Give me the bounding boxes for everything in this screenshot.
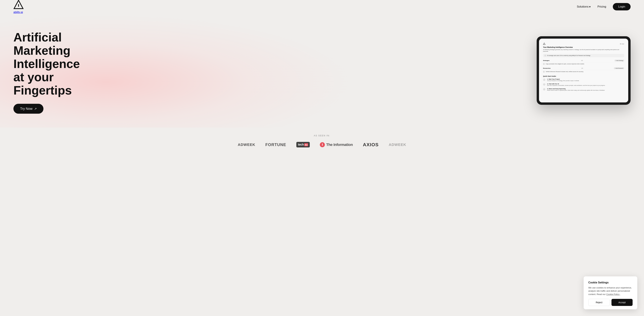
try-now-button[interactable]: Try Now ↗: [14, 104, 44, 114]
step-1-icon: [543, 79, 546, 81]
arrow-icon: ↗: [34, 107, 37, 111]
step-1-title: 1. Start Your Project: [547, 78, 579, 80]
cookie-reject-button[interactable]: Reject: [588, 299, 610, 306]
add-research-button[interactable]: + Add Research: [614, 67, 624, 69]
pricing-link[interactable]: Pricing: [598, 5, 606, 9]
add-strategy-button[interactable]: + Add Strategy: [614, 60, 624, 62]
strategies-item-text: Copy summaries from widgets for quick, c…: [546, 63, 584, 65]
logos-row: ADWEEK FORTUNE techeu ℹ The Information …: [14, 142, 630, 147]
tablet-note-text: On average users save 10 hrs a week by u…: [547, 55, 590, 56]
cookie-title: Cookie Settings: [588, 281, 632, 284]
techeu-logo: techeu: [296, 142, 310, 147]
cookie-policy-link[interactable]: Cookie Policy: [606, 293, 620, 295]
step-3-title: 3. Share and Keep Improving: [547, 88, 605, 90]
hero-title: Artificial Marketing Intelligence at you…: [14, 31, 111, 97]
tablet-step-1: 1. Start Your Project Choose Research or…: [543, 78, 624, 82]
cookie-accept-button[interactable]: Accept: [612, 299, 632, 306]
as-seen-label: AS SEEN IN:: [14, 134, 630, 137]
tablet-logo-icon: [543, 43, 546, 45]
tablet-note: On average users save 10 hrs a week by u…: [543, 54, 624, 57]
information-icon: ℹ: [320, 142, 325, 147]
step-2-desc: Dive into a dynamic conversation: answer…: [547, 85, 605, 86]
adweek2-logo: ADWEEK: [389, 143, 406, 147]
hero-content: Artificial Marketing Intelligence at you…: [14, 31, 111, 114]
tablet-description: AI Marketing Strategist generates any ma…: [543, 49, 624, 52]
strategies-item: Copy summaries from widgets for quick, c…: [543, 62, 624, 66]
as-seen-in-section: AS SEEN IN: ADWEEK FORTUNE techeu ℹ The …: [0, 128, 644, 152]
tablet-outer: ⊕ User Your Marketing Intelligence Overv…: [537, 36, 630, 105]
step-2-title: 2. Chat with Our AI: [547, 83, 605, 85]
step-3-icon: [543, 88, 546, 91]
tablet-step-2: 2. Chat with Our AI Dive into a dynamic …: [543, 83, 624, 86]
hero-device-mockup: ⊕ User Your Marketing Intelligence Overv…: [537, 36, 630, 105]
tablet-screen: ⊕ User Your Marketing Intelligence Overv…: [539, 39, 628, 102]
quick-start-title: Quick Start Guide:: [543, 75, 624, 77]
tablet-header-user: ⊕ User: [620, 43, 624, 45]
navigation: ability.ai Solutions ▾ Pricing Login: [0, 0, 644, 14]
researches-label: Researches: [543, 68, 550, 69]
logo[interactable]: ability.ai: [14, 0, 24, 14]
cookie-text: We use cookies to enhance your experienc…: [588, 286, 632, 296]
fortune-logo: FORTUNE: [265, 142, 286, 147]
tablet-strategies-row: Strategies 0/8 + Add Strategy: [543, 60, 624, 62]
tablet-step-3: 3. Share and Keep Improving Refine whole…: [543, 88, 624, 91]
adweek-logo: ADWEEK: [238, 143, 255, 147]
tablet-researches-row: Researches 0/8 + Add Research: [543, 67, 624, 69]
the-information-logo: ℹ The Information: [320, 142, 353, 147]
tablet-note-icon: [544, 55, 546, 56]
login-button[interactable]: Login: [613, 3, 630, 11]
hero-section: Artificial Marketing Intelligence at you…: [0, 14, 644, 128]
cookie-banner: Cookie Settings We use cookies to enhanc…: [584, 276, 637, 309]
researches-item-text: Verified references Research includes re…: [546, 71, 584, 72]
logo-text: ability.ai: [14, 11, 23, 14]
step-3-desc: Refine whole results or separate parts, …: [547, 90, 605, 91]
chevron-down-icon: ▾: [589, 5, 591, 9]
step-2-icon: [543, 83, 546, 86]
researches-count: 0/8: [582, 68, 583, 69]
researches-item: Verified references Research includes re…: [543, 70, 624, 73]
strategies-check-icon: [543, 63, 545, 65]
step-1-desc: Choose Research or Strategy, then provid…: [547, 80, 579, 82]
strategies-count: 0/8: [581, 60, 583, 61]
logo-icon: [14, 0, 24, 10]
strategies-label: Strategies: [543, 60, 550, 61]
tablet-section-title: Your Marketing Intelligence Overview: [543, 46, 624, 48]
tablet-header: ⊕ User: [543, 43, 624, 45]
solutions-link[interactable]: Solutions ▾: [577, 5, 591, 9]
cookie-buttons: Reject Accept: [588, 299, 632, 306]
nav-links: Solutions ▾ Pricing Login: [577, 3, 630, 11]
researches-check-icon: [543, 71, 545, 73]
axios-logo: AXIOS: [363, 142, 379, 147]
svg-marker-2: [543, 43, 545, 45]
